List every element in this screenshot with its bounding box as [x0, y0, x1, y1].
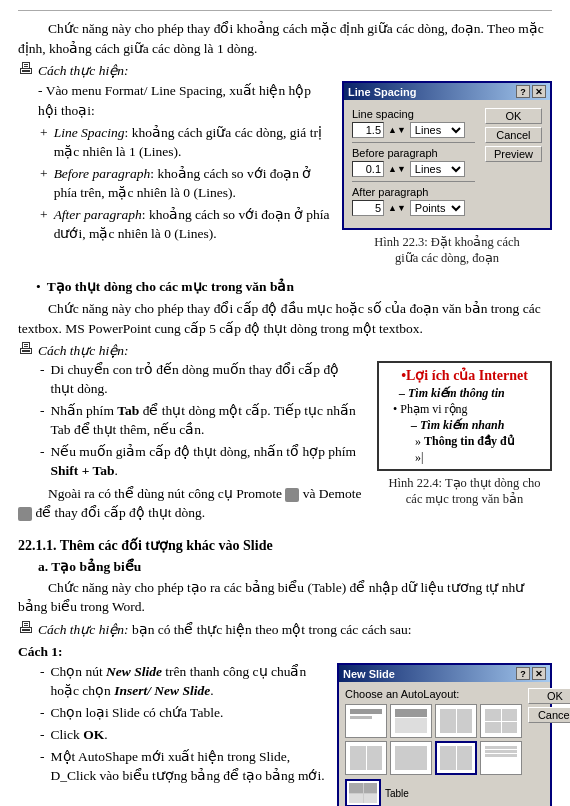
cach-label-3: Cách thực hiện: bạn có thể thực hiện the… — [38, 621, 412, 638]
newslide-main-row: Choose an AutoLayout: — [345, 688, 544, 806]
table-thumb-grid — [349, 783, 377, 803]
thumb-7[interactable] — [435, 741, 477, 775]
line-spacing-label: Line spacing — [352, 108, 475, 120]
step-2-2-text: Chọn loại Slide có chứa Table. — [51, 704, 224, 723]
dialog-preview-btn[interactable]: Preview — [485, 146, 542, 162]
step-1-1: - Di chuyển con trỏ đến dòng muốn thay đ… — [40, 361, 365, 399]
after-para-unit-select[interactable]: Points — [410, 200, 465, 216]
thumb-4-inner — [483, 707, 519, 735]
section-22-1-1-heading: 22.1.1. Thêm các đối tượng khác vào Slid… — [18, 537, 552, 554]
before-para-spin[interactable]: ▲▼ — [388, 164, 406, 174]
step-2-1-text: Chọn nút New Slide trên thanh công cụ ch… — [51, 663, 326, 701]
ls-item-2: + Before paragraph: khoảng cách so với đ… — [40, 165, 330, 203]
newslide-ok-btn[interactable]: OK — [528, 688, 570, 704]
t5-col2 — [367, 746, 383, 770]
cach-icon-1: 🖶 — [18, 60, 34, 78]
newslide-thumb-grid — [345, 704, 522, 775]
thumb-5-inner — [348, 744, 384, 772]
para1: Chức năng này cho phép thay đổi khoảng c… — [18, 19, 552, 58]
newslide-label-row: Table — [345, 779, 522, 806]
line-spacing-dialog: Line Spacing ? ✕ Line spacing ▲▼ — [342, 81, 552, 230]
t8-bar3 — [485, 754, 517, 757]
newslide-cancel-btn[interactable]: Cancel — [528, 707, 570, 723]
dash-3: - — [40, 443, 45, 481]
newslide-dialog: New Slide ? ✕ Choose an AutoLayout: — [337, 663, 552, 806]
t4-c3 — [485, 722, 501, 734]
t1-bar2 — [350, 716, 372, 719]
cach-thuc-hien-2: 🖶 Cách thực hiện: — [18, 342, 552, 359]
step-2-4-text: Một AutoShape mới xuất hiện trong Slide,… — [51, 748, 326, 786]
newslide-right-col: OK Cancel — [528, 688, 570, 806]
ls-dash-2: + — [40, 165, 48, 203]
line-spacing-input[interactable] — [352, 122, 384, 138]
line-spacing-unit-select[interactable]: Lines — [410, 122, 465, 138]
inet-item-4: » Thông tin đầy đủ — [415, 434, 544, 449]
cach-icon-2: 🖶 — [18, 340, 34, 358]
ls-dash-1: + — [40, 124, 48, 162]
para3: Chức năng này cho phép tạo ra các bảng b… — [18, 578, 552, 617]
line-spacing-row: ▲▼ Lines — [352, 122, 475, 138]
before-para-input[interactable] — [352, 161, 384, 177]
newslide-title-bar: New Slide ? ✕ — [339, 665, 550, 682]
para2: Chức năng này cho phép thay đổi cấp độ đ… — [18, 299, 552, 338]
fig22-4-caption: Hình 22.4: Tạo thụt dòng chocác mục tron… — [377, 475, 552, 507]
thumb-6[interactable] — [390, 741, 432, 775]
t4-c4 — [502, 722, 518, 734]
dialog-ok-btn[interactable]: OK — [485, 108, 542, 124]
t7-col1 — [440, 746, 456, 770]
after-para-row: ▲▼ Points — [352, 200, 475, 216]
line-spacing-spin[interactable]: ▲▼ — [388, 125, 406, 135]
inet-item-5: »| — [415, 450, 544, 465]
newslide-close-btn[interactable]: ✕ — [532, 667, 546, 680]
internet-box-container: •Lợi ích của Internet – Tìm kiếm thông t… — [377, 361, 552, 507]
dash-2-2: - — [40, 704, 45, 723]
dialog-divider-1 — [352, 142, 475, 143]
dialog-help-btn[interactable]: ? — [516, 85, 530, 98]
table-layout-label: Table — [385, 788, 409, 799]
t8-bar2 — [485, 750, 517, 753]
step-2-4: - Một AutoShape mới xuất hiện trong Slid… — [40, 748, 325, 786]
thumb-3[interactable] — [435, 704, 477, 738]
dialog-two-col: Line spacing ▲▼ Lines Before paragraph — [352, 108, 542, 220]
thumb-8[interactable] — [480, 741, 522, 775]
dialog-close-btn[interactable]: ✕ — [532, 85, 546, 98]
t8-bar1 — [485, 746, 517, 749]
dialog-title-buttons: ? ✕ — [516, 85, 546, 98]
thumb-5[interactable] — [345, 741, 387, 775]
step-1-2: - Nhấn phím Tab để thụt dòng một cấp. Ti… — [40, 402, 365, 440]
dialog-cancel-btn[interactable]: Cancel — [485, 127, 542, 143]
cach-label-2: Cách thực hiện: — [38, 342, 129, 359]
thumb-4[interactable] — [480, 704, 522, 738]
thumb-6-inner — [393, 744, 429, 772]
t3-col2 — [457, 709, 473, 733]
promote-icon: ◀ — [285, 488, 299, 502]
after-para-spin[interactable]: ▲▼ — [388, 203, 406, 213]
internet-box: •Lợi ích của Internet – Tìm kiếm thông t… — [377, 361, 552, 471]
inet-item-3: – Tìm kiếm nhanh — [411, 418, 544, 433]
before-para-unit-select[interactable]: Lines — [410, 161, 465, 177]
step-1-1-text: Di chuyển con trỏ đến dòng muốn thay đổi… — [51, 361, 366, 399]
table-thumb-preview — [345, 779, 381, 806]
t3-col1 — [440, 709, 456, 733]
thumb-1-inner — [348, 707, 384, 735]
newslide-help-btn[interactable]: ? — [516, 667, 530, 680]
ls-item-1-text: Line Spacing: khoảng cách giữa các dòng,… — [54, 124, 330, 162]
t2-content — [395, 718, 427, 733]
t6-chart — [395, 746, 427, 770]
thumb-1[interactable] — [345, 704, 387, 738]
t4-c2 — [502, 709, 518, 721]
before-para-row: ▲▼ Lines — [352, 161, 475, 177]
top-rule — [18, 10, 552, 11]
before-para-label: Before paragraph — [352, 147, 475, 159]
dash-2-1: - — [40, 663, 45, 701]
dialog-title: Line Spacing — [348, 86, 416, 98]
after-para-input[interactable] — [352, 200, 384, 216]
newslide-left: Choose an AutoLayout: — [345, 688, 522, 806]
cach-so-1-label: Cách 1: — [18, 642, 552, 662]
page-content: Chức năng này cho phép thay đổi khoảng c… — [0, 0, 570, 806]
dash-2-4: - — [40, 748, 45, 786]
cach-icon-3: 🖶 — [18, 619, 34, 637]
inet-item-2: • Phạm vi rộng — [393, 402, 544, 417]
bullet-item-1: • Tạo thụt dòng cho các mục trong văn bả… — [36, 278, 552, 295]
thumb-2[interactable] — [390, 704, 432, 738]
